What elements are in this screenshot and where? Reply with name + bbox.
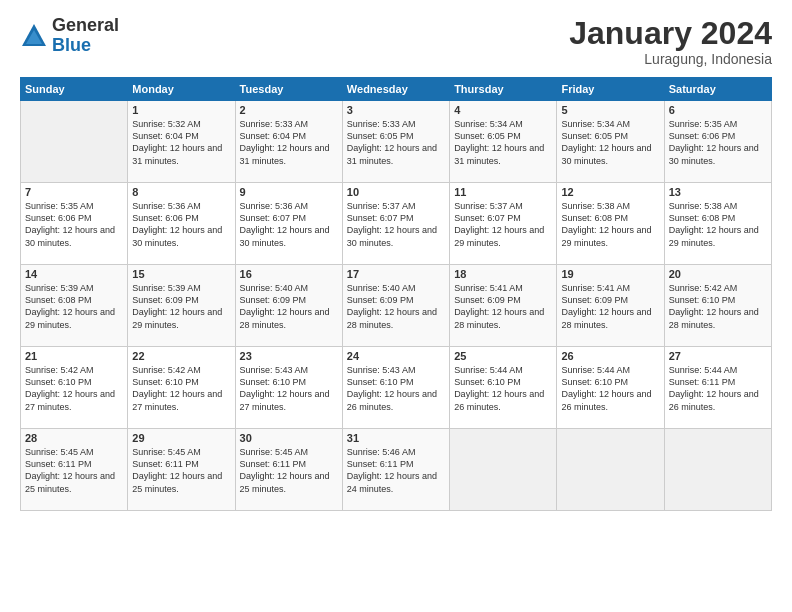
calendar-cell: 7Sunrise: 5:35 AMSunset: 6:06 PMDaylight… <box>21 183 128 265</box>
day-number: 11 <box>454 186 552 198</box>
cell-info: Sunrise: 5:41 AMSunset: 6:09 PMDaylight:… <box>454 282 552 331</box>
cell-info: Sunrise: 5:44 AMSunset: 6:11 PMDaylight:… <box>669 364 767 413</box>
calendar-cell <box>557 429 664 511</box>
day-number: 16 <box>240 268 338 280</box>
cell-info: Sunrise: 5:41 AMSunset: 6:09 PMDaylight:… <box>561 282 659 331</box>
cell-info: Sunrise: 5:39 AMSunset: 6:09 PMDaylight:… <box>132 282 230 331</box>
day-number: 20 <box>669 268 767 280</box>
cell-info: Sunrise: 5:44 AMSunset: 6:10 PMDaylight:… <box>454 364 552 413</box>
cell-info: Sunrise: 5:40 AMSunset: 6:09 PMDaylight:… <box>240 282 338 331</box>
day-number: 4 <box>454 104 552 116</box>
calendar-cell: 15Sunrise: 5:39 AMSunset: 6:09 PMDayligh… <box>128 265 235 347</box>
week-row-1: 1Sunrise: 5:32 AMSunset: 6:04 PMDaylight… <box>21 101 772 183</box>
calendar-cell: 28Sunrise: 5:45 AMSunset: 6:11 PMDayligh… <box>21 429 128 511</box>
cell-info: Sunrise: 5:35 AMSunset: 6:06 PMDaylight:… <box>669 118 767 167</box>
calendar-cell: 14Sunrise: 5:39 AMSunset: 6:08 PMDayligh… <box>21 265 128 347</box>
calendar-cell: 26Sunrise: 5:44 AMSunset: 6:10 PMDayligh… <box>557 347 664 429</box>
cell-info: Sunrise: 5:36 AMSunset: 6:06 PMDaylight:… <box>132 200 230 249</box>
day-number: 30 <box>240 432 338 444</box>
cell-info: Sunrise: 5:33 AMSunset: 6:05 PMDaylight:… <box>347 118 445 167</box>
calendar-cell: 6Sunrise: 5:35 AMSunset: 6:06 PMDaylight… <box>664 101 771 183</box>
weekday-header-sunday: Sunday <box>21 78 128 101</box>
cell-info: Sunrise: 5:39 AMSunset: 6:08 PMDaylight:… <box>25 282 123 331</box>
week-row-3: 14Sunrise: 5:39 AMSunset: 6:08 PMDayligh… <box>21 265 772 347</box>
cell-info: Sunrise: 5:42 AMSunset: 6:10 PMDaylight:… <box>669 282 767 331</box>
calendar-cell: 20Sunrise: 5:42 AMSunset: 6:10 PMDayligh… <box>664 265 771 347</box>
calendar-table: SundayMondayTuesdayWednesdayThursdayFrid… <box>20 77 772 511</box>
calendar-cell <box>450 429 557 511</box>
day-number: 13 <box>669 186 767 198</box>
cell-info: Sunrise: 5:37 AMSunset: 6:07 PMDaylight:… <box>454 200 552 249</box>
calendar-cell: 25Sunrise: 5:44 AMSunset: 6:10 PMDayligh… <box>450 347 557 429</box>
cell-info: Sunrise: 5:34 AMSunset: 6:05 PMDaylight:… <box>454 118 552 167</box>
week-row-2: 7Sunrise: 5:35 AMSunset: 6:06 PMDaylight… <box>21 183 772 265</box>
calendar-cell <box>21 101 128 183</box>
calendar-cell: 24Sunrise: 5:43 AMSunset: 6:10 PMDayligh… <box>342 347 449 429</box>
calendar-cell: 11Sunrise: 5:37 AMSunset: 6:07 PMDayligh… <box>450 183 557 265</box>
cell-info: Sunrise: 5:34 AMSunset: 6:05 PMDaylight:… <box>561 118 659 167</box>
cell-info: Sunrise: 5:32 AMSunset: 6:04 PMDaylight:… <box>132 118 230 167</box>
day-number: 7 <box>25 186 123 198</box>
logo-icon <box>20 22 48 50</box>
day-number: 14 <box>25 268 123 280</box>
cell-info: Sunrise: 5:45 AMSunset: 6:11 PMDaylight:… <box>25 446 123 495</box>
day-number: 29 <box>132 432 230 444</box>
cell-info: Sunrise: 5:42 AMSunset: 6:10 PMDaylight:… <box>25 364 123 413</box>
calendar-cell: 27Sunrise: 5:44 AMSunset: 6:11 PMDayligh… <box>664 347 771 429</box>
week-row-4: 21Sunrise: 5:42 AMSunset: 6:10 PMDayligh… <box>21 347 772 429</box>
calendar-cell: 10Sunrise: 5:37 AMSunset: 6:07 PMDayligh… <box>342 183 449 265</box>
cell-info: Sunrise: 5:46 AMSunset: 6:11 PMDaylight:… <box>347 446 445 495</box>
day-number: 5 <box>561 104 659 116</box>
page: General Blue January 2024 Luragung, Indo… <box>0 0 792 612</box>
weekday-header-row: SundayMondayTuesdayWednesdayThursdayFrid… <box>21 78 772 101</box>
calendar-cell: 29Sunrise: 5:45 AMSunset: 6:11 PMDayligh… <box>128 429 235 511</box>
day-number: 27 <box>669 350 767 362</box>
cell-info: Sunrise: 5:33 AMSunset: 6:04 PMDaylight:… <box>240 118 338 167</box>
day-number: 1 <box>132 104 230 116</box>
calendar-cell: 4Sunrise: 5:34 AMSunset: 6:05 PMDaylight… <box>450 101 557 183</box>
calendar-cell: 16Sunrise: 5:40 AMSunset: 6:09 PMDayligh… <box>235 265 342 347</box>
cell-info: Sunrise: 5:36 AMSunset: 6:07 PMDaylight:… <box>240 200 338 249</box>
calendar-cell: 3Sunrise: 5:33 AMSunset: 6:05 PMDaylight… <box>342 101 449 183</box>
day-number: 12 <box>561 186 659 198</box>
calendar-cell: 31Sunrise: 5:46 AMSunset: 6:11 PMDayligh… <box>342 429 449 511</box>
calendar-cell: 18Sunrise: 5:41 AMSunset: 6:09 PMDayligh… <box>450 265 557 347</box>
week-row-5: 28Sunrise: 5:45 AMSunset: 6:11 PMDayligh… <box>21 429 772 511</box>
calendar-cell: 8Sunrise: 5:36 AMSunset: 6:06 PMDaylight… <box>128 183 235 265</box>
day-number: 6 <box>669 104 767 116</box>
day-number: 3 <box>347 104 445 116</box>
day-number: 25 <box>454 350 552 362</box>
location: Luragung, Indonesia <box>569 51 772 67</box>
logo-text: General Blue <box>52 16 119 56</box>
calendar-cell: 30Sunrise: 5:45 AMSunset: 6:11 PMDayligh… <box>235 429 342 511</box>
day-number: 28 <box>25 432 123 444</box>
calendar-cell: 13Sunrise: 5:38 AMSunset: 6:08 PMDayligh… <box>664 183 771 265</box>
cell-info: Sunrise: 5:38 AMSunset: 6:08 PMDaylight:… <box>561 200 659 249</box>
logo: General Blue <box>20 16 119 56</box>
logo-general: General <box>52 16 119 36</box>
calendar-cell: 19Sunrise: 5:41 AMSunset: 6:09 PMDayligh… <box>557 265 664 347</box>
day-number: 21 <box>25 350 123 362</box>
weekday-header-saturday: Saturday <box>664 78 771 101</box>
title-block: January 2024 Luragung, Indonesia <box>569 16 772 67</box>
cell-info: Sunrise: 5:40 AMSunset: 6:09 PMDaylight:… <box>347 282 445 331</box>
cell-info: Sunrise: 5:37 AMSunset: 6:07 PMDaylight:… <box>347 200 445 249</box>
day-number: 10 <box>347 186 445 198</box>
cell-info: Sunrise: 5:35 AMSunset: 6:06 PMDaylight:… <box>25 200 123 249</box>
calendar-cell: 12Sunrise: 5:38 AMSunset: 6:08 PMDayligh… <box>557 183 664 265</box>
day-number: 2 <box>240 104 338 116</box>
day-number: 26 <box>561 350 659 362</box>
day-number: 17 <box>347 268 445 280</box>
cell-info: Sunrise: 5:43 AMSunset: 6:10 PMDaylight:… <box>347 364 445 413</box>
calendar-cell: 17Sunrise: 5:40 AMSunset: 6:09 PMDayligh… <box>342 265 449 347</box>
weekday-header-wednesday: Wednesday <box>342 78 449 101</box>
day-number: 9 <box>240 186 338 198</box>
day-number: 24 <box>347 350 445 362</box>
calendar-cell: 5Sunrise: 5:34 AMSunset: 6:05 PMDaylight… <box>557 101 664 183</box>
header: General Blue January 2024 Luragung, Indo… <box>20 16 772 67</box>
day-number: 23 <box>240 350 338 362</box>
day-number: 18 <box>454 268 552 280</box>
calendar-cell: 9Sunrise: 5:36 AMSunset: 6:07 PMDaylight… <box>235 183 342 265</box>
day-number: 31 <box>347 432 445 444</box>
weekday-header-monday: Monday <box>128 78 235 101</box>
